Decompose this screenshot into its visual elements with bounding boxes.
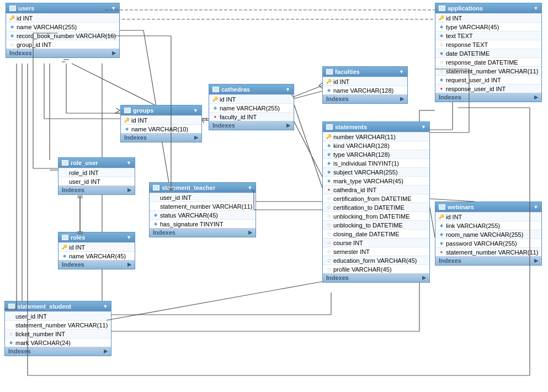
field-text: name VARCHAR(255) (17, 24, 77, 30)
field-text: user_id INT (69, 178, 100, 185)
svg-line-23 (72, 63, 155, 105)
indexes-arrow[interactable]: ▶ (104, 348, 108, 354)
field-row: statement_number VARCHAR(11) (5, 320, 111, 329)
table-statements-title: statements (335, 124, 367, 130)
indexes-label: Indexes (124, 134, 147, 141)
diagram-canvas: users ▼ 🔑 id INT ◆ name VARCHAR(255) ◆ r… (0, 0, 548, 392)
field-row: ◇ statement_number VARCHAR(11) (435, 66, 541, 75)
table-icon (9, 6, 16, 11)
field-row: 🔑 id INT (58, 242, 135, 251)
dropdown-arrow[interactable]: ▼ (126, 235, 131, 240)
diamond-icon: ◆ (326, 88, 332, 93)
diamond-outline-icon: ◇ (326, 205, 332, 210)
dropdown-arrow[interactable]: ▼ (193, 108, 198, 113)
indexes-arrow[interactable]: ▶ (286, 123, 290, 128)
table-faculties: faculties ▼ 🔑 id INT ◆ name VARCHAR(128)… (322, 66, 408, 104)
diamond-icon: ◆ (9, 24, 15, 30)
field-text: is_individual TINYINT(1) (333, 160, 399, 167)
field-row: 🔑 id INT (121, 115, 201, 124)
field-text: type VARCHAR(128) (333, 151, 390, 158)
pk-icon: 🔑 (124, 118, 130, 123)
table-statement-student-header: statement_student ▼ (5, 301, 111, 311)
field-text: type VARCHAR(45) (446, 24, 499, 30)
table-users: users ▼ 🔑 id INT ◆ name VARCHAR(255) ◆ r… (6, 3, 120, 58)
field-row: ◆ type VARCHAR(45) (435, 22, 541, 31)
table-applications-title: applications (448, 5, 483, 12)
table-statements-header: statements ▼ (323, 122, 429, 132)
field-text: room_name VARCHAR(255) (446, 231, 523, 238)
indexes-arrow[interactable]: ▶ (534, 94, 538, 100)
svg-line-30 (116, 110, 120, 113)
table-statements: statements ▼ 🔑 number VARCHAR(11) ◆ kind… (322, 121, 430, 283)
field-text: name VARCHAR(255) (220, 105, 280, 112)
field-text: statement_number VARCHAR(11) (15, 322, 108, 329)
indexes-arrow[interactable]: ▶ (422, 275, 426, 280)
indexes-label: Indexes (326, 274, 349, 281)
field-row: ◆ request_user_id INT (435, 75, 541, 84)
field-row: ◆ has_signature TINYINT (150, 219, 256, 228)
diamond-outline-icon: ◇ (439, 42, 444, 47)
field-text: name VARCHAR(45) (69, 253, 126, 259)
pk-icon: 🔑 (9, 15, 15, 21)
indexes-label: Indexes (62, 261, 84, 268)
dropdown-arrow[interactable]: ▼ (421, 124, 426, 130)
indexes-arrow[interactable]: ▶ (127, 187, 131, 193)
table-statement-teacher: statement_teacher ▼ user_id INT statemen… (149, 182, 256, 237)
diamond-icon: ◆ (326, 152, 332, 157)
indexes-arrow[interactable]: ▶ (194, 135, 198, 140)
empty-icon (153, 195, 158, 200)
field-text: statement_number VARCHAR(11) (446, 249, 538, 256)
field-text: subject VARCHAR(255) (333, 169, 398, 176)
diamond-outline-icon: ◇ (326, 214, 332, 219)
diamond-icon: ◆ (439, 241, 444, 246)
diamond-icon: ◆ (439, 51, 444, 56)
field-row: ◇ semester INT (323, 247, 429, 256)
indexes-label: Indexes (9, 50, 32, 56)
dropdown-arrow[interactable]: ▼ (285, 87, 290, 92)
table-icon (124, 108, 131, 113)
field-row: ◆ name VARCHAR(10) (121, 124, 201, 133)
field-text: response_date DATETIME (446, 59, 518, 66)
indexes-arrow[interactable]: ▶ (534, 258, 538, 263)
field-text: response TEXT (446, 41, 488, 48)
dropdown-arrow[interactable]: ▼ (103, 304, 108, 309)
indexes-arrow[interactable]: ▶ (112, 50, 116, 56)
empty-icon (62, 170, 67, 176)
table-cathedras: cathedras ▼ 🔑 id INT ◆ name VARCHAR(255)… (209, 84, 294, 130)
table-statement-student-title: statement_student (17, 303, 71, 310)
empty-icon (8, 314, 14, 319)
field-row: ◆ mark VARCHAR(24) (5, 338, 111, 347)
indexes-arrow[interactable]: ▶ (127, 262, 131, 267)
indexes-arrow[interactable]: ▶ (400, 96, 404, 102)
dropdown-arrow[interactable]: ▼ (247, 185, 252, 190)
table-role-user-header: role_user ▼ (58, 158, 135, 168)
field-text: user_id INT (160, 194, 191, 201)
diamond-icon: ◆ (62, 253, 67, 259)
dropdown-arrow[interactable]: ▼ (533, 6, 538, 11)
dropdown-arrow[interactable]: ▼ (111, 6, 116, 11)
dropdown-arrow[interactable]: ▼ (533, 204, 538, 210)
dropdown-arrow[interactable]: ▼ (399, 69, 404, 75)
field-row: role_id INT (58, 168, 135, 177)
dropdown-arrow[interactable]: ▼ (126, 160, 131, 166)
table-cathedras-title: cathedras (221, 86, 250, 93)
table-applications: applications ▼ 🔑 id INT ◆ type VARCHAR(4… (435, 3, 542, 102)
diamond-outline-icon: ◇ (326, 231, 332, 237)
indexes-arrow[interactable]: ▶ (248, 230, 252, 235)
field-row: user_id INT (58, 177, 135, 186)
table-indexes: Indexes ▶ (323, 94, 407, 103)
table-icon (439, 204, 445, 210)
field-text: statement_number VARCHAR(11) (446, 68, 538, 75)
table-icon (62, 235, 68, 240)
field-row: ● faculty_id INT (209, 112, 294, 121)
field-row: ◆ name VARCHAR(255) (209, 103, 294, 112)
field-row: statement_number VARCHAR(11) (150, 202, 256, 210)
indexes-label: Indexes (326, 96, 349, 102)
table-cathedras-header: cathedras ▼ (209, 84, 294, 94)
table-statement-teacher-header: statement_teacher ▼ (150, 183, 256, 193)
field-row: ◇ course INT (323, 238, 429, 247)
field-row: ◆ date DATETIME (435, 49, 541, 57)
field-row: ◆ is_individual TINYINT(1) (323, 158, 429, 167)
field-text: id INT (446, 15, 462, 22)
diamond-icon: ◆ (439, 77, 444, 83)
